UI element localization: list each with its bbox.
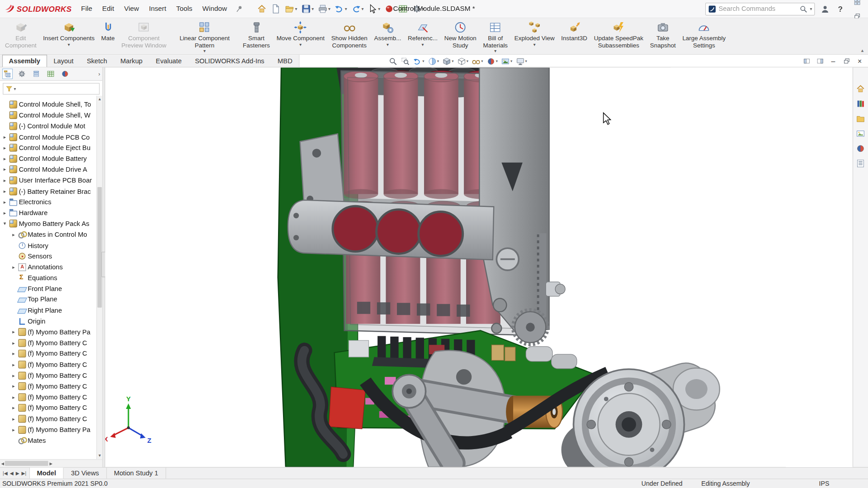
user-account-icon[interactable]	[818, 2, 831, 15]
menu-tools[interactable]: Tools	[171, 0, 198, 18]
move-component-button[interactable]: Move Component▾	[274, 19, 328, 54]
scrollbar-thumb[interactable]	[98, 187, 102, 308]
menu-insert[interactable]: Insert	[144, 0, 171, 18]
dropdown-caret-icon[interactable]: ▾	[378, 6, 380, 11]
tree-item[interactable]: ▾Myomo Battery Pack As	[0, 218, 103, 229]
expand-arrow-icon[interactable]: ▸	[10, 394, 16, 400]
expand-arrow-icon[interactable]: ▸	[2, 210, 8, 216]
tree-item[interactable]: ▸Mates in Control Mo	[0, 229, 103, 240]
design-library-button[interactable]	[854, 97, 867, 110]
scrollbar-thumb[interactable]	[5, 461, 48, 466]
tree-item[interactable]: ▸Control Module Drive A	[0, 164, 103, 175]
tree-item[interactable]: ▸(f) Myomo Battery C	[0, 413, 103, 424]
expand-arrow-icon[interactable]: ▸	[10, 340, 16, 346]
expand-arrow-icon[interactable]: ▸	[10, 373, 16, 378]
tree-item[interactable]: Control Module Shell, To	[0, 99, 103, 110]
displaymanager-tab[interactable]	[60, 69, 70, 79]
tree-item[interactable]: Sensors	[0, 251, 103, 262]
menu-edit[interactable]: Edit	[97, 0, 119, 18]
new-document-button[interactable]	[269, 2, 282, 16]
tree-item[interactable]: ▸User Interface PCB Boar	[0, 175, 103, 186]
menu-window[interactable]: Window	[198, 0, 232, 18]
filter-funnel-icon[interactable]	[5, 85, 13, 93]
file-explorer-button[interactable]	[854, 112, 867, 125]
dropdown-caret-icon[interactable]: ▾	[422, 59, 424, 63]
dropdown-caret-icon[interactable]: ▾	[311, 6, 314, 11]
dropdown-caret-icon[interactable]: ▾	[68, 42, 70, 47]
zoom-area-button[interactable]	[400, 57, 410, 66]
tree-item[interactable]: ▸Control Module Eject Bu	[0, 142, 103, 153]
tree-item[interactable]: Front Plane	[0, 283, 103, 294]
insert-components-button[interactable]: Insert Components▾	[40, 19, 97, 54]
select-button[interactable]: ▾	[366, 2, 382, 16]
large-assembly-settings-button[interactable]: Large Assembly Settings	[679, 19, 728, 54]
drive-side-plate[interactable]	[479, 67, 565, 344]
expand-arrow-icon[interactable]: ▸	[10, 416, 16, 422]
edit-appearance-button[interactable]: ▾	[485, 57, 499, 66]
doc-pane-left-button[interactable]	[801, 56, 813, 66]
tree-item[interactable]: Origin	[0, 316, 103, 327]
tree-item[interactable]: ▸Hardware	[0, 207, 103, 218]
dropdown-caret-icon[interactable]: ▾	[203, 49, 206, 54]
expand-arrow-icon[interactable]: ▸	[10, 329, 16, 335]
tab-markup[interactable]: Markup	[114, 55, 149, 67]
tree-vertical-scrollbar[interactable]: ▲ ▼	[96, 96, 102, 459]
section-view-button[interactable]: ▾	[426, 57, 440, 66]
dropdown-caret-icon[interactable]: ▾	[422, 42, 424, 47]
tree-item[interactable]: History	[0, 240, 103, 251]
search-icon[interactable]	[799, 5, 807, 13]
pin-menu-icon[interactable]	[235, 5, 243, 13]
propertymanager-tab[interactable]	[17, 69, 27, 79]
tab-solidworks-add-ins[interactable]: SOLIDWORKS Add-Ins	[188, 55, 271, 67]
expand-arrow-icon[interactable]: ▸	[10, 427, 16, 432]
dropdown-caret-icon[interactable]: ▾	[510, 59, 512, 63]
tree-item[interactable]: ▸(-) Battery Retainer Brac	[0, 186, 103, 197]
search-input[interactable]	[718, 5, 797, 13]
doc-close-button[interactable]: ×	[854, 56, 866, 66]
expand-arrow-icon[interactable]: ▸	[10, 405, 16, 411]
expand-arrow-icon[interactable]: ▸	[10, 384, 16, 389]
doc-pane-right-button[interactable]	[814, 56, 826, 66]
ribbon-collapse-button[interactable]: ▴	[861, 47, 864, 53]
battery-retainer-bracket[interactable]	[288, 200, 494, 260]
tree-item[interactable]: ▸(f) Myomo Battery Pa	[0, 424, 103, 435]
appearances-scenes-button[interactable]	[854, 141, 867, 155]
scroll-last-button[interactable]: ▶|	[22, 470, 27, 476]
panel-chevron-icon[interactable]: ›	[99, 71, 100, 77]
dropdown-caret-icon[interactable]: ▾	[494, 49, 496, 54]
dropdown-caret-icon[interactable]: ▾	[295, 6, 297, 11]
tree-item[interactable]: ▸Control Module Battery	[0, 153, 103, 164]
bill-of-materials-button[interactable]: Bill of Materials▾	[480, 19, 510, 54]
solidworks-resources-button[interactable]	[854, 82, 867, 95]
tree-item[interactable]: (-) Control Module Mot	[0, 121, 103, 131]
tree-item[interactable]: Mates	[0, 435, 103, 446]
tab-3d-views[interactable]: 3D Views	[64, 468, 107, 479]
undo-button[interactable]: ▾	[333, 2, 349, 16]
dropdown-caret-icon[interactable]: ▾	[387, 42, 389, 47]
expand-arrow-icon[interactable]: ▸	[10, 232, 16, 237]
tab-layout[interactable]: Layout	[47, 55, 80, 67]
view-orientation-button[interactable]: ▾	[441, 57, 455, 66]
expand-arrow-icon[interactable]: ▸	[2, 167, 8, 172]
tab-evaluate[interactable]: Evaluate	[149, 55, 189, 67]
custom-properties-button[interactable]	[854, 157, 867, 170]
apply-scene-button[interactable]: ▾	[500, 57, 514, 66]
expand-arrow-icon[interactable]: ▾	[2, 221, 8, 226]
exploded-view-button[interactable]: Exploded View▾	[512, 19, 557, 54]
dropdown-caret-icon[interactable]: ▾	[328, 6, 330, 11]
smart-fasteners-button[interactable]: Smart Fasteners	[240, 19, 273, 54]
dropdown-caret-icon[interactable]: ▾	[481, 59, 483, 63]
linear-component-pattern-button[interactable]: Linear Component Pattern▾	[170, 19, 239, 54]
graphics-viewport[interactable]: Y X Z	[105, 67, 853, 467]
scroll-down-icon[interactable]: ▼	[97, 453, 102, 460]
scroll-right-icon[interactable]: ▶	[49, 461, 52, 466]
tree-item[interactable]: Control Module Shell, W	[0, 110, 103, 121]
tab-model[interactable]: Model	[30, 468, 64, 479]
tree-item[interactable]: Right Plane	[0, 305, 103, 316]
configurationmanager-tab[interactable]	[31, 69, 42, 79]
show-hidden-components-button[interactable]: Show Hidden Components	[329, 19, 370, 54]
tree-item[interactable]: ▸(f) Myomo Battery C	[0, 348, 103, 359]
search-dropdown-caret-icon[interactable]: ▾	[810, 6, 812, 11]
dropdown-caret-icon[interactable]: ▾	[345, 6, 347, 11]
tree-item[interactable]: ▸(f) Myomo Battery C	[0, 403, 103, 413]
